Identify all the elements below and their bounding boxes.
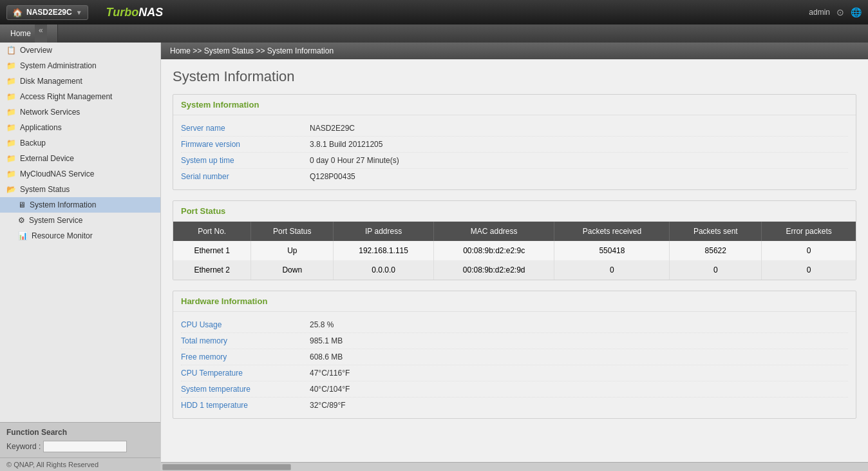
firmware-version-value: 3.8.1 Build 20121205: [310, 140, 382, 149]
mac-address: 00:08:9b:d2:e2:9c: [433, 241, 554, 260]
ip-address: 192.168.1.115: [334, 241, 434, 260]
hardware-info-header: Hardware Information: [173, 291, 856, 312]
sidebar-item-external-device[interactable]: 📁 External Device: [0, 151, 160, 166]
sidebar-item-mycloudnas-service[interactable]: 📁 MyCloudNAS Service: [0, 166, 160, 182]
hw-label: CPU Temperature: [181, 369, 310, 378]
folder-icon: 📁: [6, 169, 16, 178]
firmware-version-label: Firmware version: [181, 140, 310, 149]
layout: 📋 Overview 📁 System Administration 📁 Dis…: [0, 43, 868, 471]
system-uptime-row: System up time 0 day 0 Hour 27 Minute(s): [181, 153, 848, 169]
sidebar-item-label: Network Services: [20, 108, 80, 117]
hardware-info-title: Hardware Information: [181, 296, 267, 309]
system-info-header: System Information: [173, 95, 856, 115]
main-content: Home >> System Status >> System Informat…: [161, 43, 868, 471]
sidebar-item-access-right-management[interactable]: 📁 Access Right Management: [0, 89, 160, 104]
hw-value: 608.6 MB: [310, 352, 343, 361]
sidebar-item-label: MyCloudNAS Service: [20, 169, 94, 178]
keyword-row: Keyword :: [6, 441, 154, 452]
port-no: Ethernet 1: [173, 241, 251, 260]
sidebar-item-system-administration[interactable]: 📁 System Administration: [0, 58, 160, 73]
sidebar-item-disk-management[interactable]: 📁 Disk Management: [0, 73, 160, 89]
port-status-section: Port Status Port No. Port Status IP addr…: [173, 200, 856, 280]
device-selector[interactable]: 🏠 NASD2E29C ▼: [6, 5, 88, 20]
server-name-label: Server name: [181, 124, 310, 133]
folder-open-icon: 📂: [6, 185, 16, 194]
content-area: System Information System Information Se…: [161, 59, 868, 462]
packets-received: 550418: [554, 241, 670, 260]
hw-label: System temperature: [181, 385, 310, 394]
globe-icon[interactable]: 🌐: [851, 7, 862, 17]
hw-label: Total memory: [181, 336, 310, 345]
topbar: 🏠 NASD2E29C ▼ Turbo NAS admin ⊙ 🌐: [0, 0, 868, 24]
brand-nas: NAS: [138, 6, 163, 19]
sidebar-item-label: System Service: [29, 216, 82, 225]
sidebar-item-label: External Device: [20, 154, 74, 163]
serial-number-row: Serial number Q128P00435: [181, 169, 848, 184]
folder-icon: 📁: [6, 77, 16, 86]
system-info-title: System Information: [181, 100, 259, 112]
system-info-body: Server name NASD2E29C Firmware version 3…: [173, 115, 856, 189]
admin-icon[interactable]: ⊙: [836, 7, 844, 17]
serial-number-label: Serial number: [181, 172, 310, 181]
collapse-button[interactable]: «: [35, 24, 47, 43]
sidebar-item-label: Applications: [20, 123, 62, 132]
horizontal-scrollbar[interactable]: [161, 462, 868, 471]
sidebar-item-network-services[interactable]: 📁 Network Services: [0, 104, 160, 120]
sidebar-item-applications[interactable]: 📁 Applications: [0, 120, 160, 135]
port-table-header-row: Port No. Port Status IP address MAC addr…: [173, 222, 856, 241]
system-info-section: System Information Server name NASD2E29C…: [173, 94, 856, 190]
port-status-body: Port No. Port Status IP address MAC addr…: [173, 222, 856, 280]
hardware-info-row: Total memory 985.1 MB: [181, 333, 848, 349]
sidebar-item-system-service[interactable]: ⚙ System Service: [0, 213, 160, 228]
home-tab[interactable]: Home «: [0, 24, 58, 43]
packets-received: 0: [554, 260, 670, 280]
function-search-title: Function Search: [6, 428, 154, 437]
keyword-input[interactable]: [43, 441, 127, 452]
folder-icon: 📁: [6, 108, 16, 117]
sidebar-item-resource-monitor[interactable]: 📊 Resource Monitor: [0, 228, 160, 244]
sidebar-item-system-information[interactable]: 🖥 System Information: [0, 197, 160, 213]
sidebar-item-system-status[interactable]: 📂 System Status: [0, 182, 160, 197]
hw-label: Free memory: [181, 352, 310, 361]
sidebar-item-label: Disk Management: [20, 77, 82, 86]
port-status: Up: [251, 241, 334, 260]
sidebar-nav: 📋 Overview 📁 System Administration 📁 Dis…: [0, 43, 160, 422]
overview-icon: 📋: [6, 46, 16, 55]
mac-address: 00:08:9b:d2:e2:9d: [433, 260, 554, 280]
folder-icon: 📁: [6, 123, 16, 132]
table-row: Ethernet 2 Down 0.0.0.0 00:08:9b:d2:e2:9…: [173, 260, 856, 280]
port-table: Port No. Port Status IP address MAC addr…: [173, 222, 856, 280]
hw-value: 40°C/104°F: [310, 385, 350, 394]
topbar-right: admin ⊙ 🌐: [809, 7, 862, 17]
hardware-info-row: HDD 1 temperature 32°C/89°F: [181, 398, 848, 413]
server-name-row: Server name NASD2E29C: [181, 120, 848, 137]
chart-icon: 📊: [18, 231, 28, 240]
home-tab-label: Home: [10, 29, 31, 38]
sidebar-item-label: Backup: [20, 139, 46, 148]
folder-icon: 📁: [6, 139, 16, 148]
port-status-header: Port Status: [173, 201, 856, 222]
ip-address: 0.0.0.0: [334, 260, 434, 280]
hardware-info-row: CPU Temperature 47°C/116°F: [181, 365, 848, 381]
system-uptime-value: 0 day 0 Hour 27 Minute(s): [310, 156, 399, 165]
port-table-body: Ethernet 1 Up 192.168.1.115 00:08:9b:d2:…: [173, 241, 856, 280]
hardware-info-body: CPU Usage 25.8 % Total memory 985.1 MB F…: [173, 312, 856, 418]
sidebar-item-label: System Administration: [20, 61, 97, 70]
breadcrumb: Home >> System Status >> System Informat…: [161, 43, 868, 59]
scrollbar-thumb[interactable]: [162, 464, 291, 470]
sidebar-item-overview[interactable]: 📋 Overview: [0, 43, 160, 58]
port-no: Ethernet 2: [173, 260, 251, 280]
hw-label: CPU Usage: [181, 320, 310, 329]
gear-icon: ⚙: [18, 216, 25, 225]
sidebar-item-label: System Information: [30, 200, 96, 209]
hw-value: 47°C/116°F: [310, 369, 350, 378]
sidebar-item-backup[interactable]: 📁 Backup: [0, 135, 160, 151]
sidebar-item-label: Resource Monitor: [32, 231, 93, 240]
port-status-title: Port Status: [181, 206, 225, 218]
hardware-info-row: System temperature 40°C/104°F: [181, 381, 848, 398]
port-status: Down: [251, 260, 334, 280]
hardware-info-row: CPU Usage 25.8 %: [181, 317, 848, 333]
folder-icon: 📁: [6, 92, 16, 101]
col-mac-address: MAC address: [433, 222, 554, 241]
dropdown-icon: ▼: [76, 9, 82, 16]
